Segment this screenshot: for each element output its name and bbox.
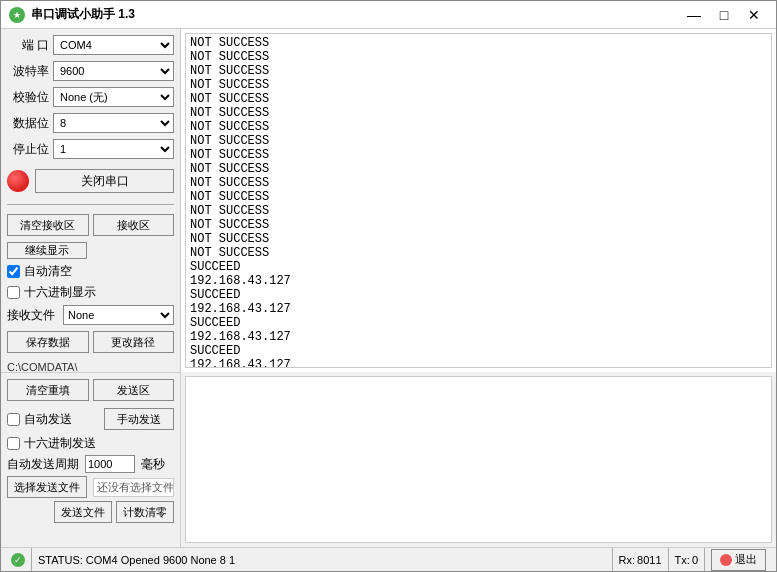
choose-file-button[interactable]: 选择发送文件 xyxy=(7,476,87,498)
baud-row: 波特率 9600 xyxy=(7,61,174,81)
databits-select[interactable]: 8 xyxy=(53,113,174,133)
recv-file-label: 接收文件 xyxy=(7,307,59,324)
parity-row: 校验位 None (无) xyxy=(7,87,174,107)
baud-select[interactable]: 9600 xyxy=(53,61,174,81)
close-button[interactable]: ✕ xyxy=(740,5,768,25)
port-indicator-row: 关闭串口 xyxy=(7,169,174,193)
close-port-button[interactable]: 关闭串口 xyxy=(35,169,174,193)
right-panel: NOT SUCCESS NOT SUCCESS NOT SUCCESS NOT … xyxy=(181,29,776,372)
hex-display-checkbox[interactable] xyxy=(7,286,20,299)
databits-row: 数据位 8 xyxy=(7,113,174,133)
save-path-text: C:\COMDATA\ xyxy=(7,359,174,372)
stopbits-row: 停止位 1 xyxy=(7,139,174,159)
exit-button[interactable]: 退出 xyxy=(711,549,766,571)
stopbits-label: 停止位 xyxy=(7,141,49,158)
hex-display-row: 十六进制显示 xyxy=(7,284,174,301)
port-status-indicator xyxy=(7,170,29,192)
main-window: ★ 串口调试小助手 1.3 — □ ✕ 端 口 COM4 波特率 9600 xyxy=(0,0,777,572)
clear-resend-row: 清空重填 发送区 xyxy=(7,379,174,401)
parity-select[interactable]: None (无) xyxy=(53,87,174,107)
maximize-button[interactable]: □ xyxy=(710,5,738,25)
app-icon: ★ xyxy=(9,7,25,23)
bottom-half: 清空重填 发送区 自动发送 手动发送 十六进制发送 自动发送周期 毫秒 选择发 xyxy=(1,372,776,547)
port-select[interactable]: COM4 xyxy=(53,35,174,55)
exit-label: 退出 xyxy=(735,552,757,567)
databits-label: 数据位 xyxy=(7,115,49,132)
auto-clear-row: 自动清空 xyxy=(7,263,174,280)
auto-period-label: 自动发送周期 xyxy=(7,456,79,473)
left-panel: 端 口 COM4 波特率 9600 校验位 None (无) xyxy=(1,29,181,372)
send-file-button[interactable]: 发送文件 xyxy=(54,501,112,523)
baud-label: 波特率 xyxy=(7,63,49,80)
save-data-button[interactable]: 保存数据 xyxy=(7,331,89,353)
exit-icon xyxy=(720,554,732,566)
auto-send-checkbox[interactable] xyxy=(7,413,20,426)
send-file-count-row: 发送文件 计数清零 xyxy=(7,501,174,523)
recv-area-button[interactable]: 接收区 xyxy=(93,214,175,236)
tx-value: 0 xyxy=(692,554,698,566)
recv-file-select[interactable]: None xyxy=(63,305,174,325)
status-text-segment: STATUS: COM4 Opened 9600 None 8 1 xyxy=(32,548,613,571)
exit-segment: 退出 xyxy=(705,548,772,571)
status-text: STATUS: COM4 Opened 9600 None 8 1 xyxy=(38,554,235,566)
auto-send-label: 自动发送 xyxy=(24,411,72,428)
clear-resend-button[interactable]: 清空重填 xyxy=(7,379,89,401)
auto-send-row: 自动发送 xyxy=(7,408,100,430)
port-row: 端 口 COM4 xyxy=(7,35,174,55)
period-row: 自动发送周期 毫秒 xyxy=(7,455,174,473)
port-label: 端 口 xyxy=(7,37,49,54)
send-textarea[interactable] xyxy=(185,376,772,543)
recv-file-row: 接收文件 None xyxy=(7,305,174,325)
tx-segment: Tx: 0 xyxy=(669,548,705,571)
main-content: 端 口 COM4 波特率 9600 校验位 None (无) xyxy=(1,29,776,372)
window-controls: — □ ✕ xyxy=(680,5,768,25)
output-area[interactable]: NOT SUCCESS NOT SUCCESS NOT SUCCESS NOT … xyxy=(185,33,772,368)
recv-btn-row: 清空接收区 接收区 xyxy=(7,214,174,236)
hex-send-checkbox[interactable] xyxy=(7,437,20,450)
status-bar: ✓ STATUS: COM4 Opened 9600 None 8 1 Rx: … xyxy=(1,547,776,571)
clear-recv-button[interactable]: 清空接收区 xyxy=(7,214,89,236)
status-icon: ✓ xyxy=(11,553,25,567)
hex-display-label: 十六进制显示 xyxy=(24,284,96,301)
auto-manual-send-row: 自动发送 手动发送 xyxy=(7,408,174,430)
bottom-right-panel xyxy=(181,372,776,547)
tx-label: Tx: xyxy=(675,554,690,566)
window-title: 串口调试小助手 1.3 xyxy=(31,6,680,23)
period-unit: 毫秒 xyxy=(141,456,165,473)
file-send-row: 选择发送文件 还没有选择文件 xyxy=(7,476,174,498)
stopbits-select[interactable]: 1 xyxy=(53,139,174,159)
minimize-button[interactable]: — xyxy=(680,5,708,25)
send-area-button[interactable]: 发送区 xyxy=(93,379,175,401)
status-icon-segment: ✓ xyxy=(5,548,32,571)
title-bar: ★ 串口调试小助手 1.3 — □ ✕ xyxy=(1,1,776,29)
hex-send-row: 十六进制发送 xyxy=(7,435,174,452)
auto-clear-label: 自动清空 xyxy=(24,263,72,280)
no-file-label: 还没有选择文件 xyxy=(93,478,174,497)
rx-value: 8011 xyxy=(637,554,661,566)
continuous-display-button[interactable]: 继续显示 xyxy=(7,242,87,259)
count-reset-button[interactable]: 计数清零 xyxy=(116,501,174,523)
bottom-left-panel: 清空重填 发送区 自动发送 手动发送 十六进制发送 自动发送周期 毫秒 选择发 xyxy=(1,372,181,547)
manual-send-button[interactable]: 手动发送 xyxy=(104,408,174,430)
save-path-row: 保存数据 更改路径 xyxy=(7,331,174,353)
period-input[interactable] xyxy=(85,455,135,473)
auto-clear-checkbox[interactable] xyxy=(7,265,20,278)
change-path-button[interactable]: 更改路径 xyxy=(93,331,175,353)
hex-send-label: 十六进制发送 xyxy=(24,435,96,452)
rx-segment: Rx: 8011 xyxy=(613,548,669,571)
rx-label: Rx: xyxy=(619,554,636,566)
parity-label: 校验位 xyxy=(7,89,49,106)
